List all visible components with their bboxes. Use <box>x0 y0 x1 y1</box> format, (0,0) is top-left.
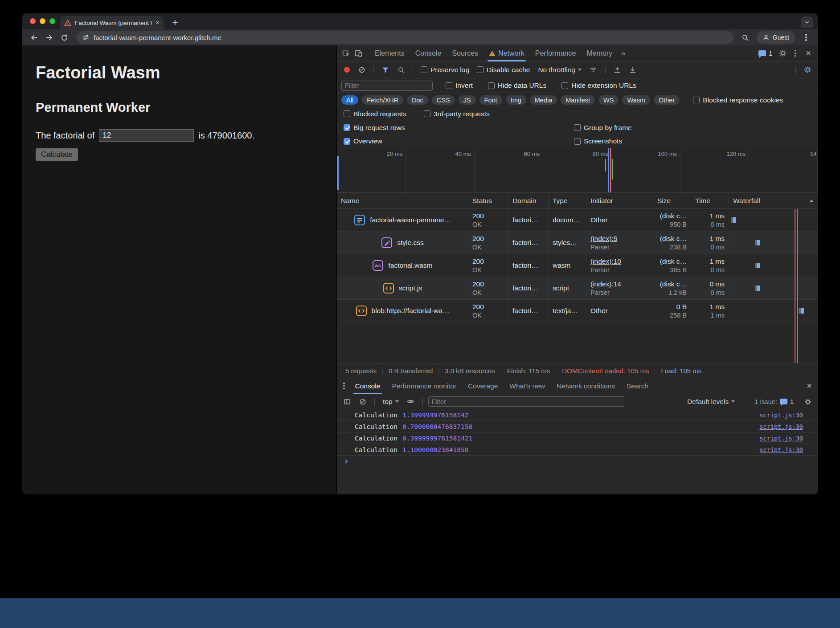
factorial-input[interactable] <box>99 129 194 142</box>
tab-performance[interactable]: Performance <box>530 45 582 61</box>
console-prompt[interactable] <box>337 456 818 467</box>
throttling-dropdown[interactable]: No throttling <box>538 66 582 74</box>
network-overview-timeline[interactable]: 20 ms 40 ms 60 ms 80 ms 100 ms 120 ms 14 <box>337 148 818 193</box>
console-issues-counter[interactable]: 1 Issue: 1 <box>750 398 798 405</box>
chip-manifest[interactable]: Manifest <box>561 95 595 105</box>
chip-wasm[interactable]: Wasm <box>622 95 650 105</box>
preserve-log-checkbox[interactable]: Preserve log <box>421 66 469 74</box>
drawer-tab-performance-monitor[interactable]: Performance monitor <box>386 378 462 394</box>
back-button[interactable] <box>27 31 41 44</box>
hide-data-urls-checkbox[interactable]: Hide data URLs <box>488 82 546 90</box>
console-source-link[interactable]: script.js:30 <box>759 435 803 442</box>
checkbox-box[interactable] <box>693 97 700 103</box>
checkbox-box[interactable] <box>424 110 430 117</box>
drawer-tab-coverage[interactable]: Coverage <box>462 378 504 394</box>
initiator-link[interactable]: (index):10 <box>590 257 649 265</box>
console-source-link[interactable]: script.js:30 <box>759 446 803 453</box>
screenshots-checkbox[interactable]: Screenshots <box>574 137 622 145</box>
console-source-link[interactable]: script.js:30 <box>759 423 803 430</box>
network-request-row[interactable]: factorial-wasm-permane… 200OK factori… d… <box>337 209 818 232</box>
drawer-tab-whats-new[interactable]: What's new <box>504 378 551 394</box>
console-context-dropdown[interactable]: top <box>383 398 399 406</box>
chip-img[interactable]: Img <box>506 95 526 105</box>
checkbox-box[interactable] <box>574 124 581 131</box>
initiator-link[interactable]: (index):5 <box>590 235 649 243</box>
checkbox-box-checked[interactable] <box>344 124 350 131</box>
checkbox-box[interactable] <box>561 82 568 89</box>
tab-network[interactable]: Network <box>484 45 530 61</box>
drawer-close-icon[interactable]: × <box>802 381 816 391</box>
zoom-icon[interactable] <box>739 31 752 44</box>
column-header-status[interactable]: Status <box>468 193 508 208</box>
log-levels-dropdown[interactable]: Default levels <box>687 398 735 406</box>
big-request-rows-checkbox[interactable]: Big request rows <box>344 124 405 132</box>
network-request-row[interactable]: blob:https://factorial-wa… 200OK factori… <box>337 300 818 322</box>
network-settings-icon[interactable] <box>801 64 814 76</box>
tab-elements[interactable]: Elements <box>369 45 410 61</box>
checkbox-box[interactable] <box>344 110 350 117</box>
chip-font[interactable]: Font <box>479 95 502 105</box>
browser-menu-button[interactable] <box>799 31 813 44</box>
console-sidebar-icon[interactable] <box>341 396 353 408</box>
issues-counter[interactable]: 1 <box>754 50 776 57</box>
calculate-button[interactable]: Calculate <box>36 148 78 161</box>
group-by-frame-checkbox[interactable]: Group by frame <box>574 124 632 132</box>
tab-memory[interactable]: Memory <box>581 45 618 61</box>
third-party-requests-checkbox[interactable]: 3rd-party requests <box>424 110 490 118</box>
hide-extension-urls-checkbox[interactable]: Hide extension URLs <box>561 82 636 90</box>
tab-close-icon[interactable]: × <box>156 19 160 26</box>
console-settings-icon[interactable] <box>802 396 814 408</box>
network-request-row[interactable]: WA factorial.wasm 200OK factori… wasm (i… <box>337 254 818 277</box>
network-conditions-icon[interactable] <box>587 64 600 76</box>
column-header-time[interactable]: Time <box>691 193 729 208</box>
drawer-tab-network-conditions[interactable]: Network conditions <box>551 378 621 394</box>
chip-ws[interactable]: WS <box>598 95 619 105</box>
url-bar[interactable]: factorial-wasm-permanent-worker.glitch.m… <box>76 31 733 44</box>
initiator-link[interactable]: (index):14 <box>590 280 649 288</box>
column-header-type[interactable]: Type <box>549 193 586 208</box>
console-filter-input[interactable] <box>428 396 624 407</box>
column-header-initiator[interactable]: Initiator <box>586 193 653 208</box>
profile-button[interactable]: Guest <box>757 31 795 44</box>
console-source-link[interactable]: script.js:30 <box>759 412 803 419</box>
import-har-icon[interactable] <box>611 64 623 76</box>
chip-js[interactable]: JS <box>459 95 476 105</box>
chip-doc[interactable]: Doc <box>407 95 428 105</box>
network-request-row[interactable]: style.css 200OK factori… styles… (index)… <box>337 232 818 254</box>
devtools-settings-icon[interactable] <box>776 48 789 59</box>
drawer-tab-console[interactable]: Console <box>349 378 386 394</box>
checkbox-box[interactable] <box>574 138 581 145</box>
blocked-response-cookies-checkbox[interactable]: Blocked response cookies <box>693 96 783 104</box>
tab-sources[interactable]: Sources <box>447 45 484 61</box>
chip-other[interactable]: Other <box>654 95 680 105</box>
filter-funnel-icon[interactable] <box>379 64 392 76</box>
inspect-element-icon[interactable] <box>340 48 352 59</box>
checkbox-box-checked[interactable] <box>344 138 350 145</box>
browser-tab[interactable]: Factorial Wasm (permanent W × <box>60 16 164 29</box>
network-search-icon[interactable] <box>395 64 407 76</box>
drawer-menu-icon[interactable] <box>339 383 349 390</box>
column-header-name[interactable]: Name <box>337 193 468 208</box>
close-window-button[interactable] <box>30 18 36 24</box>
checkbox-box[interactable] <box>477 66 484 73</box>
disable-cache-checkbox[interactable]: Disable cache <box>477 66 530 74</box>
chip-css[interactable]: CSS <box>432 95 455 105</box>
column-header-size[interactable]: Size <box>653 193 691 208</box>
devtools-close-icon[interactable]: × <box>801 48 815 58</box>
fullscreen-window-button[interactable] <box>49 18 55 24</box>
clear-console-icon[interactable] <box>356 396 369 408</box>
chip-fetch-xhr[interactable]: Fetch/XHR <box>362 95 403 105</box>
drawer-tab-search[interactable]: Search <box>621 378 654 394</box>
site-settings-icon[interactable] <box>82 34 89 41</box>
timeline-left-handle[interactable] <box>337 156 339 190</box>
forward-button[interactable] <box>42 31 56 44</box>
device-toolbar-icon[interactable] <box>352 48 365 59</box>
checkbox-box[interactable] <box>488 82 495 89</box>
invert-checkbox[interactable]: Invert <box>446 82 473 90</box>
reload-button[interactable] <box>57 31 71 44</box>
chip-all[interactable]: All <box>341 95 358 105</box>
checkbox-box[interactable] <box>446 82 452 89</box>
network-filter-input[interactable] <box>341 81 433 91</box>
column-header-waterfall[interactable]: Waterfall <box>729 193 818 208</box>
overview-checkbox[interactable]: Overview <box>344 137 382 145</box>
